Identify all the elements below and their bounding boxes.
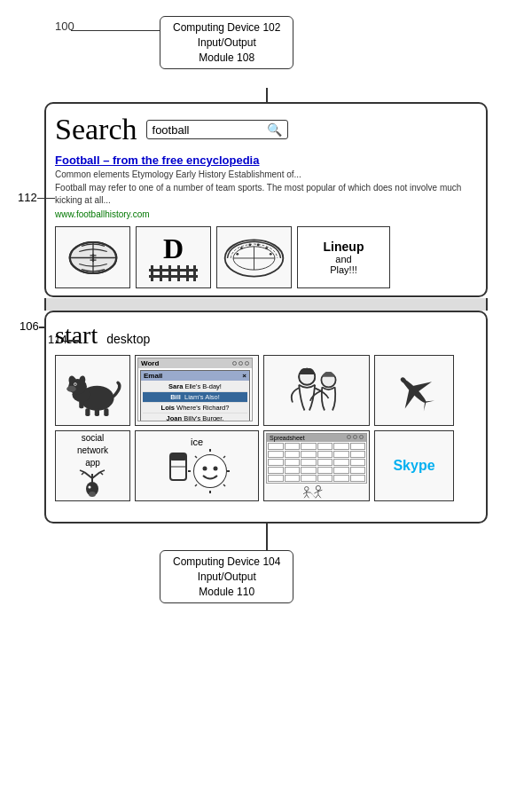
email-label: Email	[144, 372, 162, 380]
svg-rect-10	[160, 265, 162, 281]
fence-image[interactable]: D	[136, 226, 211, 288]
football-image[interactable]	[55, 226, 130, 288]
device-bottom-screen: start desktop	[44, 311, 488, 524]
search-query-text: football	[153, 123, 267, 137]
svg-line-87	[307, 492, 311, 493]
search-icon[interactable]: 🔍	[267, 122, 282, 137]
svg-rect-37	[104, 408, 108, 416]
ice-cell[interactable]: ice	[135, 430, 259, 501]
sc11	[333, 451, 349, 458]
search-box[interactable]: football 🔍	[146, 120, 288, 139]
deer-icon	[68, 469, 117, 500]
desktop-header: start desktop	[55, 321, 477, 350]
svg-line-54	[84, 472, 92, 478]
sc19	[268, 467, 284, 474]
fence-box: D	[137, 227, 210, 287]
skype-label: Skype	[393, 458, 434, 474]
svg-marker-50	[419, 401, 429, 411]
window-dot-3	[245, 361, 249, 366]
svg-point-26	[270, 252, 272, 255]
svg-point-21	[240, 247, 243, 249]
football-svg	[62, 233, 124, 282]
sc13	[268, 459, 284, 466]
svg-point-68	[203, 467, 207, 471]
sc16	[317, 459, 333, 466]
svg-rect-38	[79, 400, 83, 408]
search-area: Search football 🔍	[55, 113, 477, 146]
word-email-cell[interactable]: Word Email × Sa	[135, 355, 259, 426]
svg-rect-9	[151, 265, 153, 281]
ref-114-line	[67, 340, 80, 342]
svg-rect-35	[85, 408, 90, 416]
dog-icon	[62, 360, 124, 421]
sc24	[350, 467, 366, 474]
skype-cell[interactable]: Skype	[374, 430, 454, 501]
airplane-cell[interactable]	[374, 355, 454, 426]
sc23	[333, 467, 349, 474]
result-url[interactable]: www.footballhistory.com	[55, 209, 477, 219]
sc21	[301, 467, 317, 474]
ref-112-line	[37, 198, 55, 199]
sc22	[317, 467, 333, 474]
email-row-1: Sara Elle's B-day!	[143, 382, 247, 392]
result-desc: Football may refer to one of a number of…	[55, 182, 477, 207]
svg-rect-16	[149, 275, 198, 278]
dog-app-cell[interactable]	[55, 355, 130, 426]
stadium-image[interactable]	[216, 226, 292, 288]
svg-point-25	[236, 252, 239, 255]
email-title-bar: Email ×	[141, 371, 249, 381]
big-d: D	[163, 232, 184, 265]
spreadsheet-titlebar: Spreadsheet	[267, 434, 366, 442]
lineup-box[interactable]: Lineup and Play!!!	[297, 226, 390, 288]
ice-cocktail-icon	[161, 449, 232, 495]
svg-point-67	[194, 455, 226, 487]
sc20	[285, 467, 301, 474]
laptop-hinge	[44, 298, 488, 311]
sc28	[317, 475, 333, 482]
word-label: Word	[141, 359, 159, 367]
window-controls	[232, 361, 249, 366]
sc10	[317, 451, 333, 458]
email-row-4: Joan Billy's Burger.	[143, 413, 247, 421]
sc27	[301, 475, 317, 482]
svg-point-34	[74, 383, 76, 385]
window-dot-2	[239, 361, 243, 366]
spreadsheet-dots	[347, 435, 364, 441]
lineup-line1: Lineup	[324, 240, 364, 254]
device-top-screen: Search football 🔍 Football – from the fr…	[44, 102, 488, 297]
sp-dot-2	[353, 435, 357, 439]
sc15	[301, 459, 317, 466]
people-cell[interactable]	[263, 355, 370, 426]
desktop-label: desktop	[106, 332, 150, 346]
svg-rect-12	[177, 265, 180, 281]
svg-line-74	[195, 456, 197, 458]
action-spreadsheet-cell[interactable]: Spreadsheet	[263, 430, 370, 501]
result-link[interactable]: Football – from the free encyclopedia	[55, 154, 477, 167]
svg-line-88	[304, 495, 307, 499]
lineup-line2: and	[335, 254, 351, 264]
svg-point-61	[89, 492, 96, 497]
svg-point-84	[305, 487, 309, 492]
svg-line-83	[318, 495, 321, 499]
svg-point-69	[214, 467, 218, 471]
svg-line-76	[195, 484, 197, 486]
svg-line-77	[223, 484, 225, 486]
sc8	[285, 451, 301, 458]
diagram-container: 100 Computing Device 102 Input/Output Mo…	[0, 0, 532, 803]
connector-bottom	[266, 524, 268, 550]
email-row-3: Lois Where's Richard?	[143, 403, 247, 413]
computing-device-104-label: Computing Device 104 Input/Output Module…	[160, 550, 293, 603]
sp-dot-1	[347, 435, 351, 439]
action-figure-icon	[266, 485, 367, 499]
social-network-cell[interactable]: socialnetworkapp	[55, 430, 130, 501]
spreadsheet-window: Spreadsheet	[266, 433, 367, 484]
result-subtitle: Common elements Etymology Early History …	[55, 169, 477, 179]
social-label: socialnetworkapp	[77, 432, 108, 469]
sc26	[285, 475, 301, 482]
people-icon	[277, 360, 356, 421]
svg-point-62	[89, 485, 91, 488]
computing-device-102-label: Computing Device 102 Input/Output Module…	[160, 16, 293, 69]
fence-svg	[149, 265, 198, 283]
svg-point-24	[265, 247, 268, 249]
lineup-line3: Play!!!	[330, 264, 357, 275]
